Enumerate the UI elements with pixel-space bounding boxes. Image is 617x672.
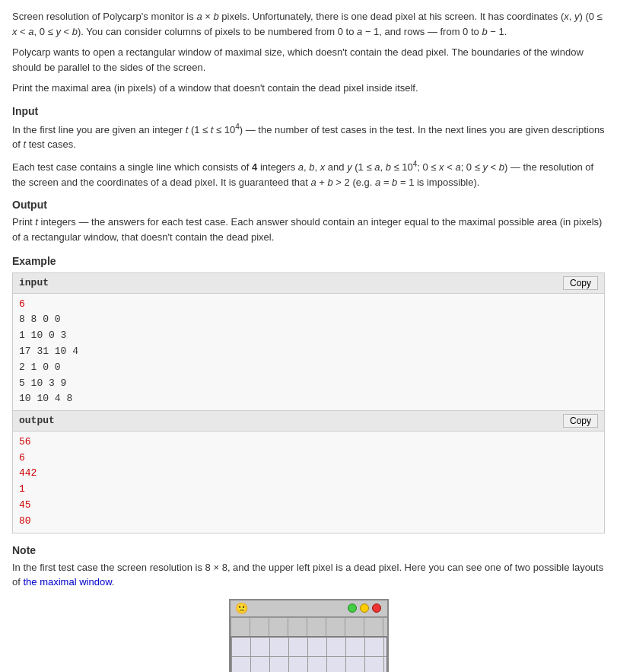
description-2: Polycarp wants to open a rectangular win… [12, 45, 605, 75]
grid-area [231, 617, 387, 672]
note-title: Note [12, 543, 605, 559]
input-line-5: 2 1 0 0 [19, 360, 598, 376]
output-line-5: 45 [19, 498, 598, 514]
description-3: Print the maximal area (in pixels) of a … [12, 81, 605, 96]
red-light [372, 604, 381, 613]
output-code-label: output [19, 413, 55, 428]
output-text: Print t integers — the answers for each … [12, 215, 605, 244]
input-code-block: input Copy 6 8 8 0 0 1 10 0 3 17 31 10 4… [12, 272, 605, 411]
green-light [348, 604, 357, 613]
output-line-3: 442 [19, 466, 598, 482]
input-line-7: 10 10 4 8 [19, 391, 598, 407]
input-line-2: 8 8 0 0 [19, 312, 598, 328]
inner-window [231, 636, 387, 672]
yellow-light [360, 604, 369, 613]
output-line-6: 80 [19, 514, 598, 530]
diagram-titlebar: 🙁 [231, 600, 387, 617]
output-title: Output [12, 197, 605, 213]
traffic-lights [348, 604, 381, 613]
input-line-4: 17 31 10 4 [19, 344, 598, 360]
input-copy-button[interactable]: Copy [563, 276, 598, 290]
input-line-3: 1 10 0 3 [19, 328, 598, 344]
output-section: Output Print t integers — the answers fo… [12, 197, 605, 244]
smiley-icon: 🙁 [235, 600, 248, 616]
example-label: Example [12, 253, 605, 269]
note-text: In the first test case the screen resolu… [12, 560, 605, 590]
problem-container: Screen resolution of Polycarp's monitor … [12, 9, 605, 672]
note-section: Note In the first test case the screen r… [12, 543, 605, 672]
input-line-6: 5 10 3 9 [19, 376, 598, 392]
description-1: Screen resolution of Polycarp's monitor … [12, 9, 605, 39]
output-line-2: 6 [19, 451, 598, 467]
output-code-header: output Copy [13, 411, 604, 432]
diagram: 🙁 [229, 599, 389, 672]
output-line-1: 56 [19, 435, 598, 451]
input-code-header: input Copy [13, 273, 604, 294]
input-code-body: 6 8 8 0 0 1 10 0 3 17 31 10 4 2 1 0 0 5 … [13, 294, 604, 411]
example-section: Example input Copy 6 8 8 0 0 1 10 0 3 17… [12, 253, 605, 533]
input-line-1: 6 [19, 297, 598, 313]
input-section: Input In the first line you are given an… [12, 104, 605, 190]
output-code-body: 56 6 442 1 45 80 [13, 432, 604, 533]
output-copy-button[interactable]: Copy [563, 414, 598, 428]
output-code-block: output Copy 56 6 442 1 45 80 [12, 411, 605, 533]
inner-grid [231, 637, 386, 672]
input-text-1: In the first line you are given an integ… [12, 121, 605, 152]
output-line-4: 1 [19, 482, 598, 498]
input-code-label: input [19, 275, 49, 291]
input-title: Input [12, 104, 605, 119]
input-text-2: Each test case contains a single line wh… [12, 158, 605, 189]
diagram-container: 🙁 [12, 599, 605, 672]
